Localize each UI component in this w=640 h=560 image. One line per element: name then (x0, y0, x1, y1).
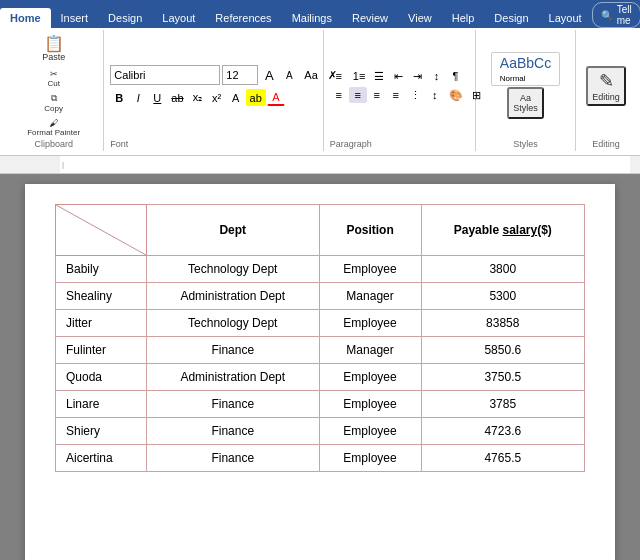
name-cell: Shiery (56, 418, 147, 445)
increase-indent-button[interactable]: ⇥ (408, 68, 426, 85)
underline-button[interactable]: U (148, 89, 166, 106)
text-effects-button[interactable]: A (227, 89, 245, 106)
editing-group: ✎ Editing Editing (576, 30, 636, 151)
styles-icon: Aa (520, 93, 531, 103)
italic-button[interactable]: I (129, 89, 147, 106)
salary-cell: 4765.5 (421, 445, 584, 472)
shading-button[interactable]: 🎨 (445, 87, 467, 104)
tab-bar: Home Insert Design Layout References Mai… (0, 0, 640, 28)
superscript-button[interactable]: x² (208, 89, 226, 106)
font-color-button[interactable]: A (267, 89, 285, 106)
multilevel-button[interactable]: ☰ (370, 68, 388, 85)
search-icon: 🔍 (601, 10, 613, 21)
text-highlight-button[interactable]: ab (246, 89, 266, 106)
salary-cell: 5850.6 (421, 337, 584, 364)
align-right-button[interactable]: ≡ (368, 87, 386, 103)
table-row: Jitter Technology Dept Employee 83858 (56, 310, 585, 337)
name-cell: Quoda (56, 364, 147, 391)
ruler: | (0, 156, 640, 174)
paste-button[interactable]: 📋 Paste (36, 32, 72, 66)
table-row: Fulinter Finance Manager 5850.6 (56, 337, 585, 364)
dept-cell: Finance (147, 418, 320, 445)
bold-button[interactable]: B (110, 89, 128, 106)
font-size-input[interactable] (222, 65, 258, 85)
align-left-button[interactable]: ≡ (330, 87, 348, 103)
tab-mailings[interactable]: Mailings (282, 8, 342, 28)
list-row: ≡ 1≡ ☰ ⇤ ⇥ ↕ ¶ (330, 68, 465, 85)
tell-me-box[interactable]: 🔍 Tell me (592, 2, 640, 28)
subscript-button[interactable]: x₂ (189, 89, 207, 106)
grow-font-button[interactable]: A (260, 66, 278, 85)
position-cell: Employee (319, 256, 421, 283)
styles-content: AaBbCc Normal Aa Styles (491, 32, 560, 139)
numbering-button[interactable]: 1≡ (349, 68, 370, 84)
data-table: Dept Position Payable salary($) Babily T… (55, 204, 585, 472)
copy-button[interactable]: ⧉ Copy (23, 91, 84, 115)
table-row: Shiery Finance Employee 4723.6 (56, 418, 585, 445)
name-cell: Babily (56, 256, 147, 283)
font-name-input[interactable] (110, 65, 220, 85)
name-cell: Linare (56, 391, 147, 418)
paragraph-controls: ≡ 1≡ ☰ ⇤ ⇥ ↕ ¶ ≡ ≡ ≡ ≡ ⋮ ↕ 🎨 ⊞ (330, 32, 469, 139)
tab-layout[interactable]: Layout (152, 8, 205, 28)
font-controls: A A Aa ✗ B I U ab x₂ x² A ab A (110, 32, 316, 139)
ruler-white: | (60, 156, 630, 173)
name-cell: Jitter (56, 310, 147, 337)
dept-cell: Finance (147, 445, 320, 472)
font-format-buttons: B I U ab x₂ x² A ab A (110, 89, 285, 106)
styles-gallery[interactable]: AaBbCc Normal (491, 52, 560, 86)
shrink-font-button[interactable]: A (280, 68, 298, 83)
table-row: Aicertina Finance Employee 4765.5 (56, 445, 585, 472)
clipboard-buttons: 📋 Paste ✂ Cut ⧉ Copy 🖌 Format Painter (10, 32, 97, 139)
salary-cell: 5300 (421, 283, 584, 310)
dept-cell: Administration Dept (147, 364, 320, 391)
line-spacing-button[interactable]: ↕ (426, 87, 444, 103)
column-button[interactable]: ⋮ (406, 87, 425, 104)
salary-cell: 3800 (421, 256, 584, 283)
page[interactable]: Dept Position Payable salary($) Babily T… (25, 184, 615, 560)
align-center-button[interactable]: ≡ (349, 87, 367, 103)
copy-icon: ⧉ (51, 93, 57, 104)
tab-view[interactable]: View (398, 8, 442, 28)
ruler-marker: | (62, 160, 64, 169)
table-row: Shealiny Administration Dept Manager 530… (56, 283, 585, 310)
cut-button[interactable]: ✂ Cut (23, 67, 84, 90)
styles-group-label: Styles (513, 139, 538, 149)
name-cell: Aicertina (56, 445, 147, 472)
tab-insert[interactable]: Insert (51, 8, 99, 28)
cut-icon: ✂ (50, 69, 58, 79)
tab-review[interactable]: Review (342, 8, 398, 28)
tab-design2[interactable]: Design (484, 8, 538, 28)
sort-button[interactable]: ↕ (427, 68, 445, 84)
styles-group: AaBbCc Normal Aa Styles Styles (476, 30, 576, 151)
salary-cell: 3750.5 (421, 364, 584, 391)
position-cell: Manager (319, 283, 421, 310)
strikethrough-button[interactable]: ab (167, 89, 187, 106)
editing-main-button[interactable]: ✎ Editing (586, 66, 626, 106)
tab-design[interactable]: Design (98, 8, 152, 28)
styles-label: Styles (513, 103, 538, 113)
styles-button[interactable]: Aa Styles (507, 87, 544, 119)
tab-home[interactable]: Home (0, 8, 51, 28)
table-row: Babily Technology Dept Employee 3800 (56, 256, 585, 283)
svg-line-0 (56, 205, 146, 255)
editing-content: ✎ Editing (586, 32, 626, 139)
align-row: ≡ ≡ ≡ ≡ ⋮ ↕ 🎨 ⊞ (330, 87, 486, 104)
cut-label: Cut (47, 79, 59, 88)
dept-cell: Finance (147, 391, 320, 418)
decrease-indent-button[interactable]: ⇤ (389, 68, 407, 85)
show-formatting-button[interactable]: ¶ (446, 68, 464, 84)
position-header: Position (319, 205, 421, 256)
tell-me-label: Tell me (617, 4, 632, 26)
copy-label: Copy (44, 104, 63, 113)
bullets-button[interactable]: ≡ (330, 68, 348, 84)
tab-help[interactable]: Help (442, 8, 485, 28)
tab-layout2[interactable]: Layout (539, 8, 592, 28)
tab-references[interactable]: References (205, 8, 281, 28)
dept-cell: Finance (147, 337, 320, 364)
justify-button[interactable]: ≡ (387, 87, 405, 103)
name-cell: Fulinter (56, 337, 147, 364)
format-painter-button[interactable]: 🖌 Format Painter (23, 116, 84, 139)
change-case-button[interactable]: Aa (300, 67, 321, 83)
paragraph-label: Paragraph (330, 139, 372, 149)
